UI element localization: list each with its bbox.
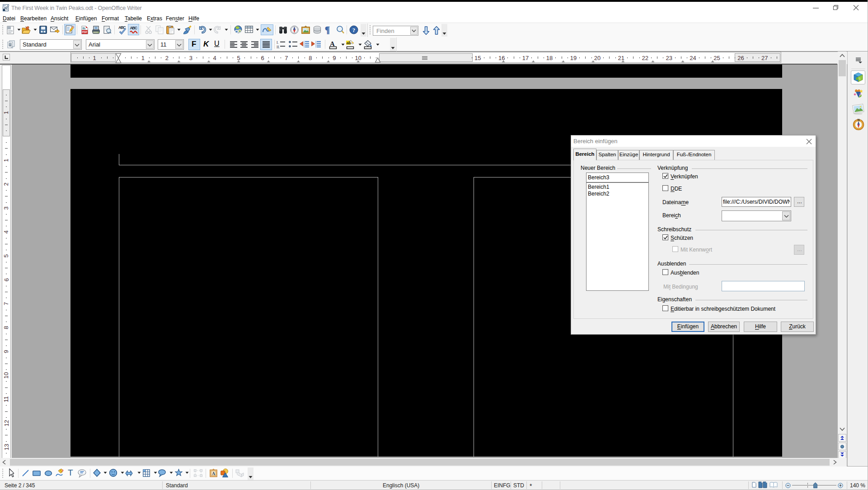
svg-text:5: 5 [237, 55, 240, 61]
svg-text:11: 11 [3, 396, 10, 402]
svg-text:13: 13 [3, 444, 10, 450]
svg-text:4: 4 [213, 55, 216, 61]
svg-text:19: 19 [570, 55, 577, 61]
svg-text:7: 7 [285, 55, 288, 61]
svg-text:7: 7 [3, 302, 10, 305]
svg-text:8: 8 [3, 326, 10, 329]
svg-text:3: 3 [189, 55, 192, 61]
svg-text:17: 17 [522, 55, 529, 61]
svg-text:10: 10 [355, 55, 361, 61]
svg-text:9: 9 [333, 55, 336, 61]
svg-text:24: 24 [690, 55, 696, 61]
svg-text:10: 10 [3, 372, 10, 378]
svg-text:16: 16 [498, 55, 505, 61]
svg-text:1: 1 [3, 159, 10, 162]
svg-text:27: 27 [761, 55, 768, 61]
svg-text:4: 4 [3, 230, 10, 233]
svg-text:N: N [858, 118, 860, 121]
svg-text:3: 3 [3, 206, 10, 210]
svg-text:15: 15 [474, 55, 481, 61]
svg-text:12: 12 [3, 420, 10, 426]
svg-text:8: 8 [309, 55, 312, 61]
svg-text:23: 23 [666, 55, 672, 61]
svg-text:18: 18 [546, 55, 553, 61]
svg-text:6: 6 [261, 55, 264, 61]
svg-text:25: 25 [713, 55, 720, 61]
svg-text:9: 9 [3, 350, 10, 353]
svg-text:5: 5 [3, 254, 10, 257]
svg-text:1: 1 [3, 111, 10, 114]
svg-text:A: A [212, 471, 216, 476]
svg-text:21: 21 [618, 55, 624, 61]
svg-text:2: 2 [3, 182, 10, 186]
svg-text:1: 1 [93, 55, 96, 61]
svg-text:1: 1 [141, 55, 145, 61]
svg-text:6: 6 [3, 278, 10, 281]
svg-text:26: 26 [737, 55, 744, 61]
svg-text:2: 2 [165, 55, 169, 61]
svg-text:22: 22 [642, 55, 648, 61]
svg-text:20: 20 [594, 55, 601, 61]
